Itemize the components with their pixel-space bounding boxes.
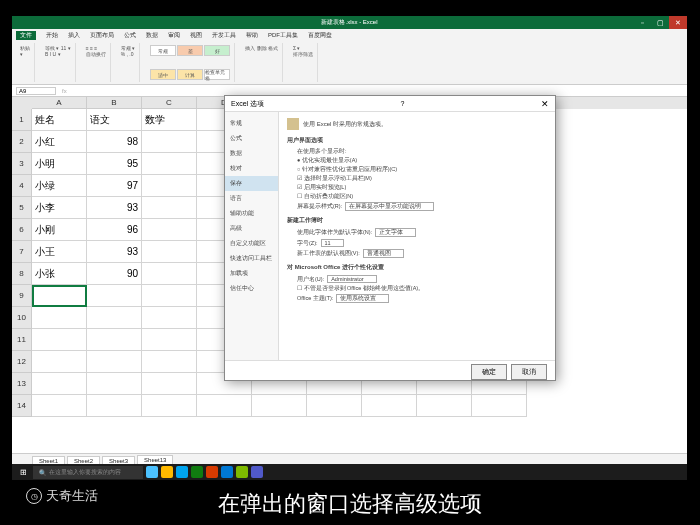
- cell[interactable]: [32, 329, 87, 351]
- cell[interactable]: [142, 263, 197, 285]
- username-input[interactable]: Administrator: [327, 275, 376, 283]
- dialog-nav-item[interactable]: 保存: [225, 176, 278, 191]
- option-item[interactable]: ☑ 启用实时预览(L): [287, 183, 547, 192]
- menu-2[interactable]: 插入: [68, 31, 80, 40]
- option-item[interactable]: ● 优化实现最佳显示(A): [287, 156, 547, 165]
- cell[interactable]: 小绿: [32, 175, 87, 197]
- cell[interactable]: 小王: [32, 241, 87, 263]
- dialog-nav-item[interactable]: 校对: [225, 161, 278, 176]
- cell[interactable]: 语文: [87, 109, 142, 131]
- cell[interactable]: [197, 395, 252, 417]
- menu-6[interactable]: 审阅: [168, 31, 180, 40]
- menu-5[interactable]: 数据: [146, 31, 158, 40]
- start-button[interactable]: ⊞: [16, 465, 30, 479]
- style-bad[interactable]: 差: [177, 45, 203, 56]
- row-header[interactable]: 11: [12, 329, 32, 351]
- maximize-icon[interactable]: ▢: [651, 16, 669, 29]
- dialog-nav-item[interactable]: 公式: [225, 131, 278, 146]
- row-header[interactable]: 8: [12, 263, 32, 285]
- cell[interactable]: [87, 285, 142, 307]
- cell[interactable]: [142, 351, 197, 373]
- task-icon[interactable]: [221, 466, 233, 478]
- menu-9[interactable]: 帮助: [246, 31, 258, 40]
- row-header[interactable]: 13: [12, 373, 32, 395]
- cell[interactable]: [87, 351, 142, 373]
- dialog-nav-item[interactable]: 语言: [225, 191, 278, 206]
- cell[interactable]: 小明: [32, 153, 87, 175]
- col-header[interactable]: B: [87, 97, 142, 109]
- row-header[interactable]: 7: [12, 241, 32, 263]
- cell[interactable]: [87, 395, 142, 417]
- cell[interactable]: 90: [87, 263, 142, 285]
- style-neutral[interactable]: 适中: [150, 69, 176, 80]
- cell[interactable]: [252, 395, 307, 417]
- cell[interactable]: [142, 395, 197, 417]
- row-header[interactable]: 10: [12, 307, 32, 329]
- task-icon[interactable]: [236, 466, 248, 478]
- cell[interactable]: 96: [87, 219, 142, 241]
- menu-0[interactable]: 文件: [16, 31, 36, 40]
- cell[interactable]: 小李: [32, 197, 87, 219]
- row-header[interactable]: 4: [12, 175, 32, 197]
- cancel-button[interactable]: 取消: [511, 364, 547, 380]
- cell[interactable]: [417, 395, 472, 417]
- dialog-nav-item[interactable]: 数据: [225, 146, 278, 161]
- task-icon[interactable]: [161, 466, 173, 478]
- dialog-nav-item[interactable]: 加载项: [225, 266, 278, 281]
- style-check[interactable]: 检查单元格: [204, 69, 230, 80]
- screentip-dropdown[interactable]: 在屏幕提示中显示功能说明: [345, 202, 434, 211]
- style-normal[interactable]: 常规: [150, 45, 176, 56]
- cell[interactable]: 95: [87, 153, 142, 175]
- cell[interactable]: 93: [87, 197, 142, 219]
- col-header[interactable]: A: [32, 97, 87, 109]
- row-header[interactable]: 2: [12, 131, 32, 153]
- cell[interactable]: [32, 307, 87, 329]
- cell[interactable]: [142, 329, 197, 351]
- option-item[interactable]: 在使用多个显示时:: [287, 147, 547, 156]
- font-size-dropdown[interactable]: 11: [321, 239, 344, 247]
- cell[interactable]: [87, 373, 142, 395]
- dialog-nav-item[interactable]: 快速访问工具栏: [225, 251, 278, 266]
- cell[interactable]: [472, 395, 527, 417]
- col-header[interactable]: C: [142, 97, 197, 109]
- menu-4[interactable]: 公式: [124, 31, 136, 40]
- option-item[interactable]: ○ 针对兼容性优化(需重启应用程序)(C): [287, 165, 547, 174]
- dialog-nav-item[interactable]: 信任中心: [225, 281, 278, 296]
- cell[interactable]: [142, 219, 197, 241]
- default-font-dropdown[interactable]: 正文字体: [375, 228, 416, 237]
- ok-button[interactable]: 确定: [471, 364, 507, 380]
- cell[interactable]: [142, 285, 197, 307]
- cell[interactable]: [87, 307, 142, 329]
- always-use-checkbox[interactable]: ☐ 不管是否登录到 Office 都始终使用这些值(A)。: [287, 284, 547, 293]
- task-icon[interactable]: [251, 466, 263, 478]
- menu-7[interactable]: 视图: [190, 31, 202, 40]
- option-item[interactable]: ☐ 自动折叠功能区(N): [287, 192, 547, 201]
- cell[interactable]: [362, 395, 417, 417]
- cell[interactable]: [87, 329, 142, 351]
- close-icon[interactable]: ✕: [669, 16, 687, 29]
- task-icon[interactable]: [206, 466, 218, 478]
- row-header[interactable]: 14: [12, 395, 32, 417]
- dialog-nav-item[interactable]: 自定义功能区: [225, 236, 278, 251]
- style-calc[interactable]: 计算: [177, 69, 203, 80]
- task-icon[interactable]: [146, 466, 158, 478]
- dialog-nav-item[interactable]: 辅助功能: [225, 206, 278, 221]
- row-header[interactable]: 6: [12, 219, 32, 241]
- cell[interactable]: [142, 153, 197, 175]
- dialog-nav-item[interactable]: 常规: [225, 116, 278, 131]
- cell[interactable]: 小张: [32, 263, 87, 285]
- row-header[interactable]: 5: [12, 197, 32, 219]
- row-header[interactable]: 1: [12, 109, 32, 131]
- row-header[interactable]: 9: [12, 285, 32, 307]
- dialog-help-icon[interactable]: ?: [401, 100, 405, 107]
- cell[interactable]: [142, 175, 197, 197]
- cell[interactable]: 数学: [142, 109, 197, 131]
- cell[interactable]: 98: [87, 131, 142, 153]
- cell[interactable]: [32, 285, 87, 307]
- clipboard-group[interactable]: 粘贴▾: [16, 43, 35, 82]
- cell[interactable]: [142, 197, 197, 219]
- row-header[interactable]: 12: [12, 351, 32, 373]
- minimize-icon[interactable]: －: [633, 16, 651, 29]
- cell[interactable]: 93: [87, 241, 142, 263]
- menu-3[interactable]: 页面布局: [90, 31, 114, 40]
